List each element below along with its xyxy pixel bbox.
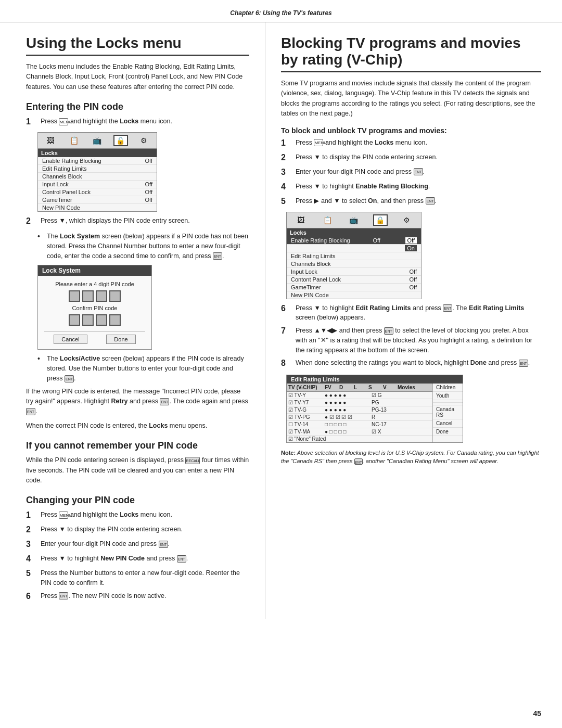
bullet-2-content: The Locks/Active screen (below) appears … [47, 354, 249, 383]
change-step-6-content: Press ENT. The new PIN code is now activ… [41, 591, 249, 601]
chapter-header-text: Chapter 6: Using the TV's features [230, 9, 332, 17]
menu-row-5: Control Panel LockOff [38, 188, 157, 196]
rating-row-tv14: ☐ TV-14 □ □ □ □ □ NC-17 [287, 421, 432, 428]
rating-header: TV (V-CHIP) FV D L S V Movies [287, 384, 432, 392]
locks-label-2: Locks [149, 422, 168, 429]
block-step-6-content: Press ▼ to highlight Edit Rating Limits … [296, 303, 541, 323]
cancel-btn[interactable]: Cancel [54, 335, 87, 344]
erb-icon-3: 📺 [347, 214, 361, 226]
side-canada-rs: Canada RS [433, 405, 463, 419]
icon-3: 📺 [90, 135, 105, 146]
block-step-4: 4 Press ▼ to highlight Enable Rating Blo… [281, 182, 541, 193]
erb-row-7: New PIN Code [287, 291, 421, 299]
cell-tv14: ☐ TV-14 [287, 421, 323, 428]
menu-row-2: Edit Rating Limits [38, 165, 157, 173]
cell-nc17: NC-17 [370, 421, 388, 428]
header-fv: FV [323, 384, 338, 391]
cell-tvma: ☑ TV-MA [287, 428, 323, 435]
erb-row-3: Channels Block [287, 260, 421, 268]
block-step-7-content: Press ▲▼◀▶ and then press ENT to select … [296, 326, 541, 355]
retry-label: Retry [111, 398, 128, 405]
bullet-1-content: The Lock System screen (below) appears i… [47, 232, 249, 261]
block-step-num-5: 5 [281, 195, 292, 208]
cell-tvpg: ☑ TV-PG [287, 414, 323, 420]
side-done: Done [433, 428, 463, 436]
change-step-num-1: 1 [26, 509, 37, 521]
pin-sq-2 [82, 290, 94, 302]
enter-icon-4: ENT [26, 408, 35, 415]
block-step-7: 7 Press ▲▼◀▶ and then press ENT to selec… [281, 326, 541, 355]
lock-system-btns: Cancel Done [44, 331, 145, 344]
enter-icon-r1: ENT [414, 168, 423, 175]
erb-icon-lock: 🔒 [373, 214, 388, 226]
correct-pin-text: When the correct PIN code is entered, th… [26, 421, 249, 431]
cell-x: ☑ X [370, 428, 385, 435]
menu-icon-3: MENU [314, 139, 323, 146]
enter-icon-1: ENT [213, 252, 222, 260]
erb-row-4: Input LockOff [287, 268, 421, 276]
step1-locks: Locks [120, 118, 138, 125]
on-option: On [405, 245, 417, 251]
enter-icon-r5: ENT [519, 360, 528, 367]
done-btn[interactable]: Done [106, 335, 135, 344]
cannot-remember-title: If you cannot remember your PIN code [26, 440, 249, 451]
lock-system-box: Lock System Please enter a 4 digit PIN c… [37, 265, 152, 350]
page-number: 45 [533, 709, 541, 718]
header-tv-vchip: TV (V-CHIP) [287, 384, 323, 391]
step-1: 1 Press MENU and highlight the Locks men… [26, 117, 249, 128]
erb-row-5: Contont Panel LockOff [287, 276, 421, 284]
cell-tvy7-dots: ● ● ● ● ● [323, 399, 370, 406]
block-step-1-content: Press MENU and highlight the Locks menu … [296, 138, 541, 148]
side-youth: Youth [433, 392, 463, 400]
left-section-title: Using the Locks menu [26, 35, 249, 56]
change-step-4-content: Press ▼ to highlight New PIN Code and pr… [41, 554, 249, 564]
block-step-5-content: Press ▶ and ▼ to select On, and then pre… [296, 196, 541, 206]
block-step-num-2: 2 [281, 151, 292, 164]
cell-pg: PG [370, 399, 385, 406]
change-step-num-2: 2 [26, 523, 37, 536]
rating-row-tvpg: ☑ TV-PG ● ☑ ☑ ☑ ☑ R [287, 414, 432, 421]
locks-active-label: Locks/Active [60, 355, 100, 362]
erb-row-2: Edit Rating Limits [287, 252, 421, 260]
block-step-3-content: Enter your four-digit PIN code and press… [296, 167, 541, 177]
menu-row-3: Channels Block [38, 173, 157, 181]
lock-system-body: Please enter a 4 digit PIN code Confirm … [38, 276, 151, 349]
bullet-lock-system: • The Lock System screen (below) appears… [37, 232, 249, 261]
pin-squares-1 [44, 290, 145, 302]
step-num-1: 1 [26, 116, 37, 128]
icon-1: 🖼 [43, 135, 58, 146]
cell-tvpg-dots: ● ☑ ☑ ☑ ☑ [323, 414, 370, 420]
menu-row-6: GameTimerOff [38, 196, 157, 204]
erb-row-on: On [287, 245, 421, 252]
menu-row-7: New PIN Code [38, 204, 157, 211]
changing-pin-title: Changing your PIN code [26, 495, 249, 506]
changing-pin-steps: 1 Press MENU and highlight the Locks men… [26, 510, 249, 603]
change-step-num-6: 6 [26, 590, 37, 603]
header-s: S [367, 384, 381, 391]
bullet-locks-active: • The Locks/Active screen (below) appear… [37, 354, 249, 383]
locks-label-3: Locks [120, 511, 138, 518]
change-step-6: 6 Press ENT. The new PIN code is now act… [26, 591, 249, 603]
entering-pin-step2: 2 Press ▼, which displays the PIN code e… [26, 216, 249, 227]
enter-icon-r2: ENT [426, 197, 435, 205]
change-step-5-content: Press the Number buttons to enter a new … [41, 568, 249, 588]
menu-icon: MENU [59, 118, 68, 125]
note-text: Note: Above selection of blocking level … [281, 449, 541, 466]
right-column: Blocking TV programs and movies by ratin… [265, 22, 562, 619]
cell-tvy: ☑ TV-Y [287, 392, 323, 399]
rating-row-tvy7: ☑ TV-Y7 ● ● ● ● ● PG [287, 399, 432, 406]
cell-g: ☑ G [370, 392, 385, 399]
block-step-1: 1 Press MENU and highlight the Locks men… [281, 138, 541, 149]
change-step-5: 5 Press the Number buttons to enter a ne… [26, 568, 249, 588]
entering-pin-title: Entering the PIN code [26, 101, 249, 112]
lock-system-label: Lock System [60, 233, 100, 240]
cell-pg13: PG-13 [370, 406, 388, 413]
note-content: Above selection of blocking level is for… [281, 450, 539, 464]
block-step-4-content: Press ▼ to highlight Enable Rating Block… [296, 182, 541, 191]
edit-rating-label-2: Edit Rating Limits [469, 304, 524, 312]
block-step-num-3: 3 [281, 166, 292, 178]
enter-icon-6: ENT [177, 555, 186, 563]
change-step-4: 4 Press ▼ to highlight New PIN Code and … [26, 554, 249, 565]
pin-sq-3 [96, 290, 107, 302]
change-step-num-5: 5 [26, 567, 37, 580]
